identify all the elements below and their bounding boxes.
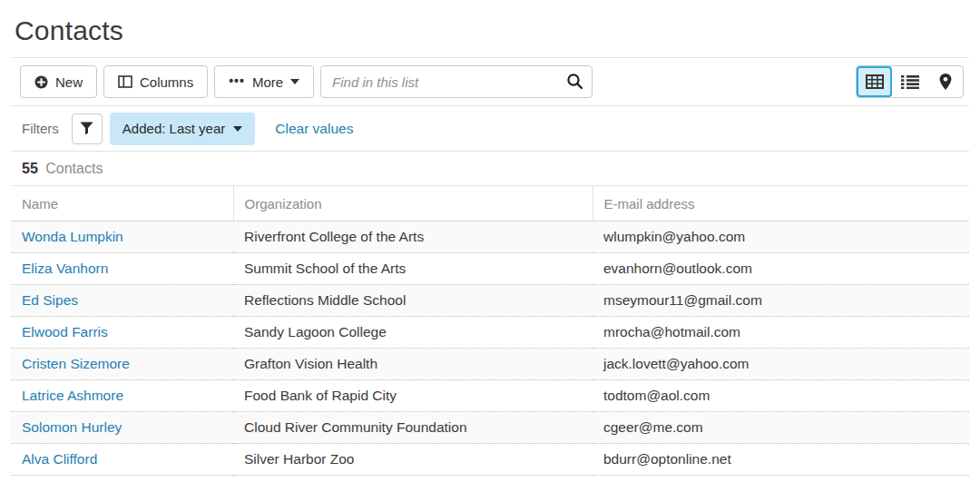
contact-email-cell: wlumpkin@yahoo.com (593, 221, 969, 253)
contact-name-cell: Cristen Sizemore (11, 349, 233, 380)
contact-email-cell: mseymour11@gmail.com (593, 285, 969, 317)
contact-name-cell: Latrice Ashmore (11, 380, 233, 412)
contact-organization-cell: Food Bank of Rapid City (233, 380, 593, 412)
contact-name-link[interactable]: Wonda Lumpkin (22, 229, 123, 244)
contact-name-link[interactable]: Alva Clifford (22, 451, 97, 467)
contact-email-cell: cgeer@me.com (593, 412, 969, 444)
more-button[interactable]: ••• More (214, 65, 314, 98)
contact-name-link[interactable]: Ed Sipes (22, 292, 78, 308)
contact-email-cell: evanhorn@outlook.com (593, 253, 969, 285)
search-box (320, 65, 593, 98)
contact-organization-cell: Riverfront College of the Arts (233, 221, 593, 253)
view-toggle-table[interactable] (857, 66, 892, 97)
table-row: Alva Clifford Silver Harbor Zoo bdurr@op… (11, 444, 969, 476)
contact-email-cell: mrocha@hotmail.com (593, 317, 969, 349)
filter-button[interactable] (72, 113, 103, 144)
table-row: Eliza Vanhorn Summit School of the Arts … (11, 253, 969, 285)
contact-name-cell: Eliza Vanhorn (11, 253, 233, 285)
columns-icon (118, 75, 132, 88)
contact-organization-cell: Sandy Lagoon College (233, 317, 593, 349)
clear-values-link[interactable]: Clear values (275, 121, 353, 137)
table-row: Cristen Sizemore Grafton Vision Health j… (11, 349, 969, 380)
funnel-icon (80, 122, 93, 135)
view-toggle-group (856, 65, 964, 98)
table-row: Solomon Hurley Cloud River Community Fou… (11, 412, 969, 444)
columns-button-label: Columns (140, 74, 193, 90)
view-toggle-list[interactable] (892, 66, 927, 97)
columns-button[interactable]: Columns (103, 65, 208, 98)
contact-email-cell: bdurr@optonline.net (593, 444, 969, 476)
contacts-table-header: Name Organization E-mail address (11, 186, 969, 221)
new-button-label: New (55, 74, 83, 90)
contact-name-link[interactable]: Elwood Farris (22, 324, 108, 339)
contact-name-link[interactable]: Cristen Sizemore (22, 356, 130, 371)
results-noun: Contacts (45, 161, 103, 176)
contact-name-cell: Alva Clifford (11, 444, 233, 476)
column-header-name: Name (11, 186, 233, 221)
column-header-email: E-mail address (593, 186, 969, 221)
table-row: Ed Sipes Reflections Middle School mseym… (11, 285, 969, 317)
contacts-table: Name Organization E-mail address Wonda L… (11, 185, 969, 476)
table-row: Elwood Farris Sandy Lagoon College mroch… (11, 317, 969, 349)
contact-name-cell: Solomon Hurley (11, 412, 233, 444)
contact-organization-cell: Silver Harbor Zoo (233, 444, 593, 476)
contact-name-link[interactable]: Eliza Vanhorn (22, 261, 108, 276)
page-title: Contacts (15, 15, 965, 46)
contact-organization-cell: Cloud River Community Foundation (233, 412, 593, 444)
table-grid-icon (866, 74, 884, 89)
contact-email-cell: jack.lovett@yahoo.com (593, 349, 969, 380)
contacts-page: Contacts New Columns ••• More (0, 0, 980, 476)
chevron-down-icon (290, 79, 299, 84)
contact-organization-cell: Summit School of the Arts (233, 253, 593, 285)
table-row: Latrice Ashmore Food Bank of Rapid City … (11, 380, 969, 412)
new-button[interactable]: New (20, 65, 97, 98)
chevron-down-icon (233, 126, 242, 132)
filter-bar: Filters Added: Last year Clear values (11, 106, 969, 152)
results-summary: 55 Contacts (11, 152, 969, 185)
contact-email-cell: todtom@aol.com (593, 380, 969, 412)
contact-name-link[interactable]: Solomon Hurley (22, 419, 122, 435)
table-row: Wonda Lumpkin Riverfront College of the … (11, 221, 969, 253)
contact-name-cell: Ed Sipes (11, 285, 233, 317)
plus-circle-icon (34, 75, 48, 89)
toolbar: New Columns ••• More (11, 58, 969, 106)
column-header-organization: Organization (233, 186, 593, 221)
active-filter-label: Added: Last year (122, 121, 225, 136)
map-pin-icon (939, 74, 952, 90)
more-button-label: More (252, 74, 283, 90)
ellipsis-icon: ••• (229, 74, 245, 88)
contact-name-link[interactable]: Latrice Ashmore (22, 388, 123, 403)
contact-name-cell: Elwood Farris (11, 317, 233, 349)
active-filter-chip[interactable]: Added: Last year (110, 113, 255, 145)
contact-organization-cell: Reflections Middle School (233, 285, 593, 317)
filters-label: Filters (22, 121, 59, 136)
search-input[interactable] (320, 65, 593, 98)
contact-name-cell: Wonda Lumpkin (11, 221, 233, 253)
contacts-table-body: Wonda Lumpkin Riverfront College of the … (11, 221, 969, 476)
view-toggle-map[interactable] (927, 66, 963, 97)
list-icon (901, 74, 919, 89)
results-count: 55 (22, 161, 38, 176)
search-icon[interactable] (566, 73, 583, 90)
page-header: Contacts (11, 0, 969, 58)
contact-organization-cell: Grafton Vision Health (233, 349, 593, 380)
